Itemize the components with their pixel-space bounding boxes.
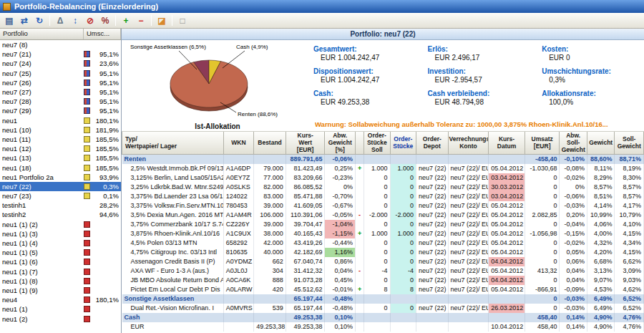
- cell-stk[interactable]: 0: [390, 304, 416, 313]
- portfolio-list-item[interactable]: neu1 (1) (6): [0, 257, 121, 266]
- position-row[interactable]: 3,25% Ldkrbk.Bad.W. Mtnr.S249A0SLKS82.00…: [122, 183, 644, 192]
- cell-umsatz: 0: [525, 248, 560, 257]
- portfolio-list-item[interactable]: neu7 (29)95,1%: [0, 106, 121, 115]
- position-row[interactable]: 3,75% Commerzbank 10/17 S.745CZ226Y39.00…: [122, 220, 644, 229]
- portfolio-list-item[interactable]: neu1 (18)185,5%: [0, 163, 121, 172]
- portfolio-list-item[interactable]: neu7 (27)95,1%: [0, 87, 121, 97]
- portfolio-list-item[interactable]: neu1 (1) (4): [0, 238, 121, 248]
- position-row[interactable]: 3,125% Berlin, Land Lsa05/15A204A0EY7Z77…: [122, 173, 644, 183]
- cell-stk[interactable]: 8: [390, 285, 416, 294]
- cell-stk[interactable]: 0: [390, 238, 416, 248]
- cell-stk[interactable]: 1.000: [390, 229, 416, 238]
- portfolio-list-item[interactable]: neu1 (1) (5): [0, 248, 121, 257]
- cell-stk[interactable]: 0: [390, 257, 416, 266]
- col-header-umsatz[interactable]: Umsatz [EUR]: [525, 132, 560, 155]
- position-row[interactable]: Dual Ret.-Vision Microfinan. IA0MVRS5396…: [122, 304, 644, 313]
- portfolio-list-item[interactable]: neu1 (10)181,9%: [0, 125, 121, 135]
- col-header-wkn[interactable]: WKN: [223, 132, 254, 155]
- portfolio-list-item[interactable]: neu7 (22)0,3%: [0, 182, 121, 191]
- col-header-name[interactable]: Typ/ Wertpapier/ Lager: [122, 132, 224, 155]
- export-icon[interactable]: ⇄: [17, 14, 31, 27]
- position-row[interactable]: 3,875% Rhoen-Klinik.Anl.10/16A1C9UX38.00…: [122, 229, 644, 238]
- position-row[interactable]: 3,5% Dexia Mun.Agen. 2016 MTNA1AM4R106.0…: [122, 211, 644, 220]
- cell-stk[interactable]: 0: [390, 276, 416, 285]
- cell-stk[interactable]: 1.000: [390, 164, 416, 173]
- col-header-abw[interactable]: Abw. Gewicht [%]: [325, 132, 356, 155]
- col-header-gewicht[interactable]: Gewicht: [587, 132, 614, 155]
- portfolio-list-item[interactable]: neu1 (1) (2): [0, 220, 121, 229]
- position-row[interactable]: 2,5% Westdt.Immob.Bk.Pf 09/13A1A6DP79.00…: [122, 164, 644, 173]
- position-row[interactable]: JB MBO Absolute Return Bond AA0CA6K88891…: [122, 276, 644, 285]
- position-row[interactable]: 4,75% Citigroup Inc. 03/13 Intl81063540.…: [122, 248, 644, 257]
- group-row[interactable]: Cash49.253,380,10%458,400,14%4,90%4,76%: [122, 313, 644, 322]
- cell-stk[interactable]: 0: [390, 183, 416, 192]
- sidebar-column-umschichtung[interactable]: Umsc...: [84, 29, 121, 39]
- cell-stk[interactable]: 0: [390, 220, 416, 229]
- col-header-abwsoll[interactable]: Abw. Soll- Gewicht: [560, 132, 587, 155]
- group-row[interactable]: Renten889.791,65-0,06%-458,40-0,10%88,60…: [122, 155, 644, 165]
- portfolio-list-item[interactable]: neu1 (1) (7): [0, 267, 121, 276]
- portfolio-list-item[interactable]: neu1 (12)185,5%: [0, 144, 121, 153]
- position-row[interactable]: Pictet Em Local Cur Debt P DisA0LARW4204…: [122, 285, 644, 294]
- position-row[interactable]: 3,375% Volksw.Fin.Serv.MTN.10/1478045339…: [122, 201, 644, 211]
- cell-abw: 0,25%: [325, 164, 356, 173]
- portfolio-list-item[interactable]: neu7 (21)95,1%: [0, 49, 121, 59]
- group-row[interactable]: Sonstige Assetklassen65.197,44-0,48%0-0,…: [122, 294, 644, 304]
- cell-stk[interactable]: -4: [390, 266, 416, 276]
- portfolio-list-item[interactable]: neu1 (11)185,5%: [0, 135, 121, 144]
- percent-icon[interactable]: %: [98, 14, 112, 27]
- portfolio-list-item[interactable]: neu7 (28)95,1%: [0, 97, 121, 106]
- col-header-sollgew[interactable]: Soll- Gewicht: [615, 132, 644, 155]
- cell-stk[interactable]: 0: [390, 248, 416, 257]
- sidebar-column-portfolio[interactable]: Portfolio: [0, 29, 84, 39]
- cell-kurswert: 43.419,26: [286, 238, 325, 248]
- portfolio-list-item[interactable]: neu1 (1) (3): [0, 229, 121, 238]
- cell-stk[interactable]: 0: [390, 192, 416, 201]
- toolbar-separator: [115, 15, 116, 26]
- col-header-konto[interactable]: Verrechnungs- Konto: [448, 132, 489, 155]
- position-row[interactable]: EUR49.253,3849.253,380,10%10.04.2012458,…: [122, 322, 644, 332]
- col-header-bestand[interactable]: Bestand: [254, 132, 286, 155]
- portfolio-list-item[interactable]: neu1 (1): [0, 304, 121, 314]
- portfolio-list-item[interactable]: neu7 (24)23,6%: [0, 59, 121, 68]
- portfolio-list-item[interactable]: neu1 (13)185,5%: [0, 153, 121, 163]
- portfolio-list-item[interactable]: testinh294,6%: [0, 210, 121, 219]
- col-header-sign[interactable]: [356, 132, 364, 155]
- remove-order-icon[interactable]: −: [134, 14, 148, 27]
- portfolio-list-item[interactable]: neu7 (25)95,1%: [0, 69, 121, 78]
- col-header-kurswert[interactable]: Kurs- Wert [EUR]: [286, 132, 325, 155]
- portfolio-list-item[interactable]: neu7 (8): [0, 40, 121, 49]
- add-order-icon[interactable]: +: [119, 14, 133, 27]
- erase-icon[interactable]: ◪: [155, 14, 169, 27]
- portfolio-list-item[interactable]: neu1 Portfolio 2a93,9%: [0, 173, 121, 182]
- portfolio-list-item[interactable]: testinh128,2%: [0, 201, 121, 210]
- cell-abwsoll: -0,10%: [560, 155, 587, 165]
- delta-icon[interactable]: Δ: [53, 14, 67, 27]
- sort-icon[interactable]: ↕: [68, 14, 82, 27]
- cell-stk: [390, 155, 416, 165]
- portfolio-list-item[interactable]: neu1 (2): [0, 314, 121, 323]
- col-header-datum[interactable]: Kurs- Datum: [489, 132, 525, 155]
- cell-stk[interactable]: 0: [390, 173, 416, 183]
- report-icon[interactable]: ▤: [2, 14, 16, 27]
- portfolio-list-item[interactable]: neu1180,1%: [0, 116, 121, 125]
- cell-konto: [448, 313, 489, 322]
- cell-depot: neu7 (22): [416, 266, 449, 276]
- portfolio-list-item[interactable]: neu1 (1) (8): [0, 276, 121, 286]
- new-document-icon[interactable]: □: [175, 14, 190, 27]
- portfolio-list-item[interactable]: neu4180,1%: [0, 295, 121, 304]
- filter-remove-icon[interactable]: ⊘: [83, 14, 97, 27]
- portfolio-list-item[interactable]: neu7 (26)95,1%: [0, 78, 121, 87]
- cell-stk[interactable]: -2.000: [390, 211, 416, 220]
- col-header-depot[interactable]: Order- Depot: [416, 132, 449, 155]
- position-row[interactable]: 4,5% Polen 03/13 MTN65829242.00043.419,2…: [122, 238, 644, 248]
- refresh-icon[interactable]: ↻: [32, 14, 47, 27]
- position-row[interactable]: Assenagon Credit Basis II (P)A0YDMZ66267…: [122, 257, 644, 266]
- position-row[interactable]: 3,375% Bd.Laender 23 Lsa 06/1312402283.0…: [122, 192, 644, 201]
- portfolio-list-item[interactable]: neu7 (23)0,1%: [0, 191, 121, 201]
- position-row[interactable]: AXA WF - Euro 1-3 A (aus.)A0JL0J30431.41…: [122, 266, 644, 276]
- portfolio-list-item[interactable]: neu1 (1) (9): [0, 286, 121, 295]
- cell-stk[interactable]: 0: [390, 201, 416, 211]
- col-header-soll[interactable]: Order- Stücke Soll: [364, 132, 390, 155]
- col-header-stk[interactable]: Order- Stücke: [390, 132, 416, 155]
